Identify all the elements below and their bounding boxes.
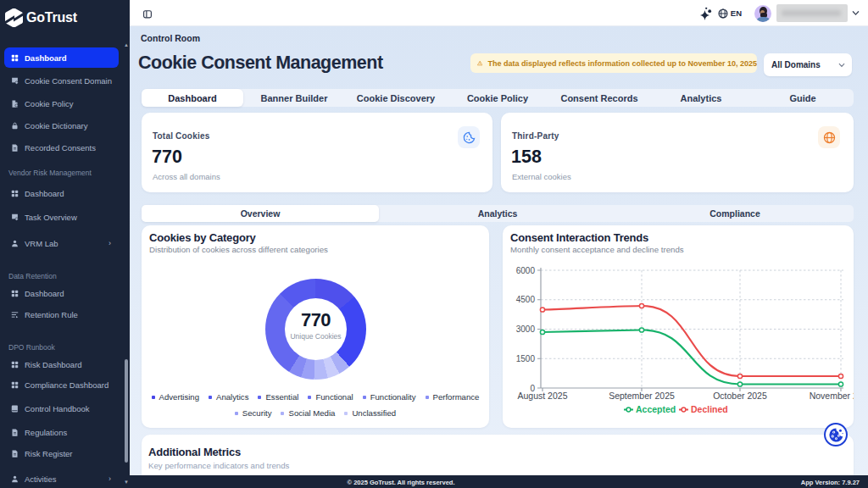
svg-text:1500: 1500 [516,354,536,363]
svg-text:6000: 6000 [516,266,536,275]
svg-text:Declined: Declined [691,404,728,414]
svg-text:4500: 4500 [516,295,536,304]
svg-text:Accepted: Accepted [636,404,676,414]
svg-text:November 2025: November 2025 [810,391,854,401]
svg-text:September 2025: September 2025 [609,391,675,401]
svg-text:3000: 3000 [516,324,536,334]
svg-text:October 2025: October 2025 [713,391,767,401]
svg-text:August 2025: August 2025 [518,391,568,401]
